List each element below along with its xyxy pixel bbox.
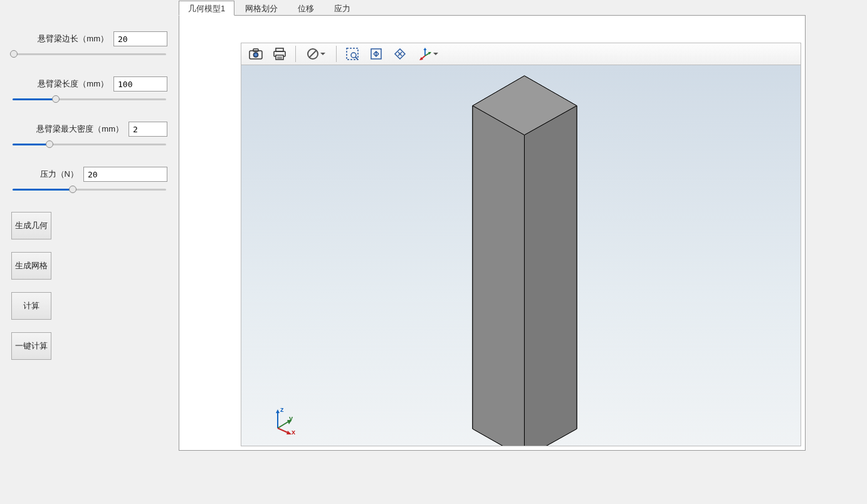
chevron-down-icon — [433, 53, 438, 55]
input-density[interactable] — [129, 122, 167, 137]
axis-view-dropdown[interactable] — [413, 45, 443, 63]
param-label-density: 悬臂梁最大密度（mm） — [36, 123, 123, 135]
param-label-pressure: 压力（N） — [40, 169, 78, 180]
svg-line-10 — [310, 51, 317, 58]
viewport: z y x — [179, 15, 806, 451]
axis-y-label: y — [289, 414, 293, 422]
toolbar-separator — [295, 46, 296, 62]
svg-line-27 — [278, 421, 289, 428]
no-symbol-dropdown[interactable] — [301, 45, 331, 63]
camera-icon[interactable] — [245, 45, 266, 63]
slider-pressure[interactable] — [13, 186, 166, 194]
svg-marker-26 — [276, 409, 280, 413]
zoom-extent-icon[interactable] — [365, 45, 387, 63]
param-density: 悬臂梁最大密度（mm） — [6, 122, 172, 149]
chevron-down-icon — [320, 53, 325, 55]
input-side-length[interactable] — [113, 31, 167, 46]
param-pressure: 压力（N） — [6, 167, 172, 194]
input-pressure[interactable] — [83, 167, 167, 182]
view-toolbar — [241, 43, 801, 65]
svg-point-12 — [351, 53, 356, 58]
svg-point-3 — [255, 54, 257, 56]
gen-mesh-button[interactable]: 生成网格 — [11, 252, 51, 280]
param-label-length: 悬臂梁长度（mm） — [38, 78, 108, 90]
svg-rect-1 — [253, 49, 258, 51]
toolbar-separator — [336, 46, 337, 62]
svg-marker-16 — [424, 48, 427, 50]
axes-gizmo: z y x — [269, 407, 297, 434]
print-icon[interactable] — [269, 45, 290, 63]
slider-density[interactable] — [13, 140, 166, 149]
axis-z-label: z — [280, 406, 284, 413]
svg-marker-24 — [524, 106, 577, 446]
sidebar: 悬臂梁边长（mm） 悬臂梁长度（mm） 悬臂梁最大密度（mm） — [0, 0, 179, 504]
zoom-box-icon[interactable] — [342, 45, 363, 63]
svg-marker-30 — [286, 431, 292, 434]
svg-marker-23 — [473, 106, 525, 446]
tab-geometry[interactable]: 几何模型1 — [179, 1, 234, 16]
tab-mesh[interactable]: 网格划分 — [236, 1, 287, 16]
gen-geometry-button[interactable]: 生成几何 — [11, 212, 51, 239]
input-length[interactable] — [113, 76, 167, 92]
one-click-calc-button[interactable]: 一键计算 — [11, 332, 51, 360]
beam-model — [241, 65, 801, 446]
main-area: 几何模型1 网格划分 位移 应力 — [179, 0, 867, 504]
tab-stress[interactable]: 应力 — [325, 1, 360, 16]
slider-side-length[interactable] — [13, 50, 166, 59]
svg-line-13 — [355, 57, 357, 59]
rotate-icon[interactable] — [389, 45, 411, 63]
param-side-length: 悬臂梁边长（mm） — [6, 31, 172, 59]
tab-displacement[interactable]: 位移 — [288, 1, 323, 16]
param-label-side: 悬臂梁边长（mm） — [38, 33, 108, 45]
axis-x-label: x — [292, 428, 295, 436]
3d-scene[interactable]: z y x — [241, 65, 801, 446]
slider-length[interactable] — [13, 95, 166, 104]
param-length: 悬臂梁长度（mm） — [6, 76, 172, 104]
calculate-button[interactable]: 计算 — [11, 292, 51, 320]
tab-bar: 几何模型1 网格划分 位移 应力 — [179, 0, 867, 15]
